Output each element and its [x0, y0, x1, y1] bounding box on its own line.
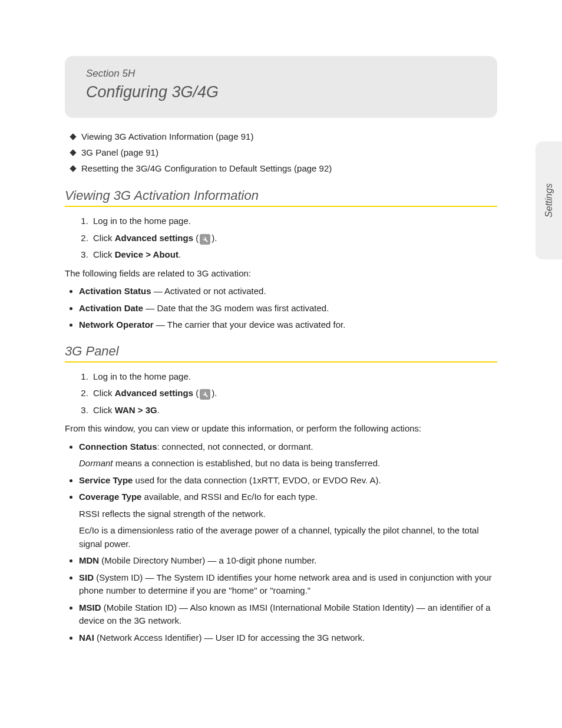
list-item: SID (System ID) — The System ID identifi… — [79, 571, 497, 598]
list-item: Activation Status — Activated or not act… — [79, 285, 497, 298]
list-item: Activation Date — Date that the 3G modem… — [79, 302, 497, 315]
note-text: means a connection is established, but n… — [113, 458, 381, 468]
definition: used for the data connection (1xRTT, EVD… — [133, 475, 381, 485]
definition: (System ID) — The System ID identifies y… — [79, 572, 492, 596]
toc-item: Resetting the 3G/4G Configuration to Def… — [71, 160, 497, 176]
step: Click WAN > 3G. — [91, 402, 497, 419]
note: Dormant means a connection is establishe… — [79, 457, 497, 470]
step-text: ). — [211, 233, 217, 243]
step-text: Log in to the home page. — [93, 371, 191, 381]
diamond-icon — [70, 149, 76, 156]
step: Log in to the home page. — [91, 368, 497, 386]
toc-item: Viewing 3G Activation Information (page … — [71, 129, 497, 144]
term: SID — [79, 572, 94, 582]
step: Click Device > About. — [91, 246, 497, 263]
step-text: ). — [211, 388, 217, 398]
list-item: Network Operator — The carrier that your… — [79, 318, 497, 332]
step-text: . — [178, 249, 181, 259]
section-label: Section 5H — [86, 68, 481, 80]
bullet-list: Activation Status — Activated or not act… — [65, 285, 497, 332]
step-text: Log in to the home page. — [93, 216, 191, 226]
term: Coverage Type — [79, 492, 141, 502]
step-text: Click — [93, 233, 115, 243]
term: MSID — [79, 602, 101, 612]
definition: — Date that the 3G modem was first activ… — [143, 303, 329, 313]
toc-text: Resetting the 3G/4G Configuration to Def… — [81, 163, 332, 173]
section-header: Section 5H Configuring 3G/4G — [65, 56, 497, 118]
list-item: NAI (Network Access Identifier) — User I… — [79, 631, 497, 645]
heading-viewing-3g: Viewing 3G Activation Information — [65, 188, 497, 207]
definition: (Mobile Station ID) — Also known as IMSI… — [79, 602, 491, 626]
step-bold: Advanced settings — [115, 388, 193, 398]
term: Activation Date — [79, 303, 143, 313]
term: Network Operator — [79, 319, 154, 330]
term: Connection Status — [79, 442, 157, 452]
side-tab: Settings — [535, 141, 562, 259]
note-em: Dormant — [79, 458, 113, 468]
term: MDN — [79, 555, 99, 565]
steps-viewing-3g: Log in to the home page. Click Advanced … — [65, 213, 497, 263]
toc-text: Viewing 3G Activation Information (page … — [81, 131, 253, 141]
note: RSSI reflects the signal strength of the… — [79, 508, 497, 521]
definition: — The carrier that your device was activ… — [154, 319, 346, 330]
definition: : connected, not connected, or dormant. — [157, 442, 313, 452]
step-bold: Advanced settings — [115, 233, 193, 243]
diamond-icon — [70, 133, 76, 140]
step-text: Click — [93, 405, 115, 415]
bullet-list: Connection Status: connected, not connec… — [65, 440, 497, 645]
term: Service Type — [79, 475, 133, 485]
step-text: ( — [193, 233, 199, 243]
intro-text: The following fields are related to 3G a… — [65, 267, 497, 281]
wrench-icon — [200, 389, 210, 400]
list-item: Service Type used for the data connectio… — [79, 474, 497, 487]
note: Ec/Io is a dimensionless ratio of the av… — [79, 524, 497, 551]
step-text: Click — [93, 249, 115, 259]
definition: (Mobile Directory Number) — a 10-digit p… — [99, 555, 316, 565]
section-title: Configuring 3G/4G — [86, 83, 481, 101]
term: Activation Status — [79, 286, 151, 296]
definition: (Network Access Identifier) — User ID fo… — [94, 633, 365, 643]
step: Log in to the home page. — [91, 213, 497, 230]
heading-3g-panel: 3G Panel — [65, 344, 497, 363]
page: Settings Section 5H Configuring 3G/4G Vi… — [0, 56, 562, 728]
list-item: MSID (Mobile Station ID) — Also known as… — [79, 601, 497, 628]
toc-list: Viewing 3G Activation Information (page … — [71, 129, 497, 176]
wrench-icon — [200, 234, 210, 245]
step-text: . — [157, 405, 160, 415]
definition: available, and RSSI and Ec/Io for each t… — [141, 492, 318, 502]
steps-3g-panel: Log in to the home page. Click Advanced … — [65, 368, 497, 419]
step-text: Click — [93, 388, 115, 398]
step-bold: WAN > 3G — [115, 405, 157, 415]
intro-text: From this window, you can view or update… — [65, 422, 497, 436]
term: NAI — [79, 633, 94, 643]
diamond-icon — [70, 165, 76, 172]
toc-item: 3G Panel (page 91) — [71, 144, 497, 160]
side-tab-label: Settings — [544, 183, 554, 218]
step: Click Advanced settings (). — [91, 385, 497, 402]
definition: — Activated or not activated. — [151, 286, 266, 296]
step: Click Advanced settings (). — [91, 230, 497, 247]
list-item: Connection Status: connected, not connec… — [79, 440, 497, 470]
toc-text: 3G Panel (page 91) — [81, 147, 158, 157]
step-text: ( — [193, 388, 199, 398]
step-bold: Device > About — [115, 249, 178, 259]
list-item: Coverage Type available, and RSSI and Ec… — [79, 490, 497, 551]
list-item: MDN (Mobile Directory Number) — a 10-dig… — [79, 554, 497, 568]
